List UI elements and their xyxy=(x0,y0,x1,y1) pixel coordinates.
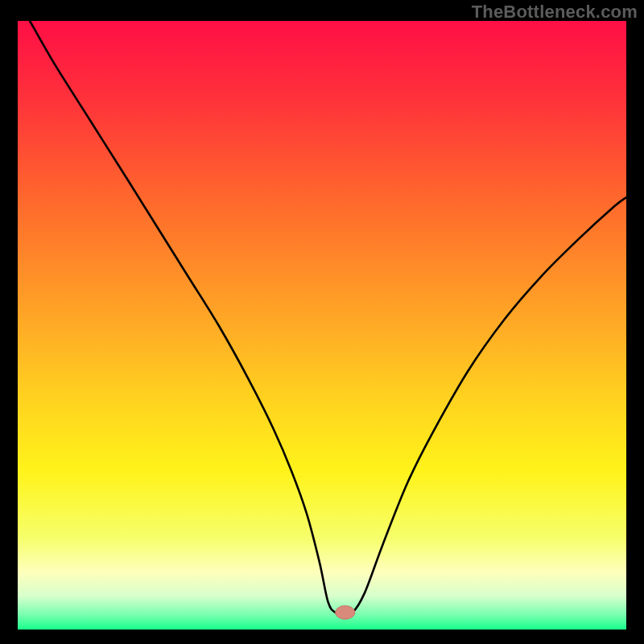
optimal-marker xyxy=(336,606,355,620)
watermark-text: TheBottleneck.com xyxy=(472,2,638,23)
bottleneck-chart xyxy=(18,21,626,630)
chart-stage: TheBottleneck.com xyxy=(0,0,644,644)
gradient-background xyxy=(18,21,626,630)
